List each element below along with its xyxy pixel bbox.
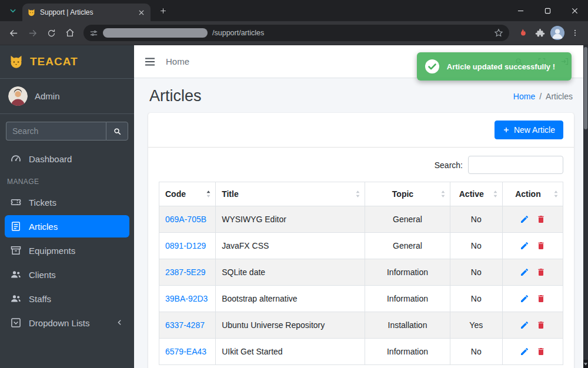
article-actions (502, 339, 563, 365)
article-title: Ubuntu Universe Repository (216, 312, 365, 339)
user-panel[interactable]: Admin (0, 79, 134, 114)
profile-avatar[interactable] (549, 25, 566, 41)
table-row: 2387-5E29SQLite dateInformationNo (159, 259, 563, 286)
plus-icon (159, 7, 167, 15)
article-code-link[interactable]: 2387-5E29 (165, 267, 206, 277)
sidebar-item-label: Clients (29, 270, 124, 280)
sidebar-item-articles[interactable]: Articles (5, 215, 129, 237)
column-header-code[interactable]: Code (159, 182, 216, 206)
sidebar-item-dashboard[interactable]: Dashboard (5, 148, 129, 170)
site-settings-icon (89, 29, 98, 38)
new-article-label: New Article (514, 125, 555, 135)
scrollbar-down-arrow[interactable] (583, 360, 588, 368)
content-header: Articles Home / Articles (134, 78, 588, 112)
forward-arrow-icon (28, 28, 38, 38)
sidebar-item-clients[interactable]: Clients (5, 263, 129, 286)
reload-button[interactable] (42, 24, 60, 42)
new-tab-button[interactable] (155, 3, 171, 18)
sort-icon (440, 190, 446, 198)
table-header-row: CodeTitleTopicActiveAction (159, 182, 563, 206)
article-code-link[interactable]: 39BA-92D3 (165, 294, 208, 303)
delete-button[interactable] (533, 213, 549, 225)
article-title: JavaFX CSS (216, 233, 365, 259)
column-label: Code (165, 189, 186, 199)
column-header-topic[interactable]: Topic (365, 182, 450, 206)
column-header-active[interactable]: Active (450, 182, 502, 206)
article-code-link[interactable]: 0891-D129 (165, 241, 206, 250)
table-row: 0891-D129JavaFX CSSGeneralNo (159, 233, 563, 259)
address-bar[interactable]: /support/articles (83, 25, 509, 41)
app-shell: TEACAT Admin Dashboard MANAGE TicketsArt… (0, 45, 588, 368)
column-label: Active (459, 189, 484, 199)
table-search-label: Search: (435, 160, 463, 170)
close-button[interactable] (561, 0, 588, 21)
edit-button[interactable] (516, 266, 533, 278)
article-title: Bootstrap alternative (216, 286, 365, 312)
column-header-title[interactable]: Title (216, 182, 365, 206)
breadcrumb-home-link[interactable]: Home (513, 92, 535, 101)
clients-icon (10, 269, 22, 280)
browser-tab[interactable]: Support | Articles (22, 4, 151, 21)
sidebar-toggle-hamburger-icon[interactable] (145, 57, 155, 66)
table-search-row: Search: (159, 156, 563, 174)
sidebar-item-staffs[interactable]: Staffs (5, 287, 129, 310)
extension-flame-icon[interactable] (514, 25, 530, 41)
edit-button[interactable] (516, 213, 533, 225)
sidebar-search-input[interactable] (6, 122, 106, 140)
delete-button[interactable] (533, 319, 549, 331)
minimize-button[interactable] (507, 0, 534, 21)
forward-button[interactable] (24, 24, 41, 42)
edit-button[interactable] (516, 293, 533, 305)
user-name: Admin (35, 91, 60, 101)
scrollbar-thumb[interactable] (584, 47, 587, 129)
tab-close-icon[interactable] (136, 8, 146, 17)
sort-icon (553, 190, 559, 198)
back-button[interactable] (5, 24, 22, 42)
sort-icon (206, 190, 211, 198)
table-search-input[interactable] (468, 156, 563, 174)
toast-check-icon (425, 59, 440, 74)
delete-button[interactable] (533, 346, 549, 357)
article-code-link[interactable]: 6579-EA43 (165, 347, 206, 356)
article-code-link[interactable]: 069A-705B (165, 215, 206, 224)
article-topic: General (365, 206, 450, 233)
sidebar-item-label: Staffs (29, 294, 124, 304)
edit-button[interactable] (516, 240, 533, 252)
tab-search-button[interactable] (5, 2, 21, 19)
sidebar-search-button[interactable] (106, 122, 128, 140)
navbar-home-link[interactable]: Home (166, 56, 189, 66)
new-article-button[interactable]: New Article (495, 121, 563, 139)
delete-button[interactable] (533, 266, 549, 278)
delete-button[interactable] (533, 293, 549, 305)
table-row: 069A-705BWYSIWYG EditorGeneralNo (159, 206, 563, 233)
column-label: Title (222, 189, 239, 199)
delete-button[interactable] (533, 240, 549, 252)
article-topic: General (365, 233, 450, 259)
brand[interactable]: TEACAT (0, 45, 134, 79)
sidebar-nav-top: Dashboard (0, 144, 134, 172)
sidebar-item-equipments[interactable]: Equipments (5, 239, 129, 262)
chevron-left-icon (116, 319, 124, 327)
column-header-action[interactable]: Action (502, 182, 563, 206)
home-button[interactable] (61, 24, 79, 42)
browser-menu-kebab-icon[interactable] (567, 25, 583, 41)
edit-button[interactable] (516, 319, 533, 331)
article-code-link[interactable]: 6337-4287 (165, 320, 205, 330)
bookmark-star-icon[interactable] (494, 28, 503, 38)
sidebar-nav-manage: TicketsArticlesEquipmentsClientsStaffsDr… (0, 188, 134, 336)
home-icon (65, 28, 75, 38)
dashboard-icon (10, 153, 22, 165)
sidebar-item-dropdown-lists[interactable]: Dropdown Lists (5, 312, 129, 334)
articles-icon (10, 220, 22, 232)
article-topic: Information (365, 259, 450, 286)
sidebar-item-label: Equipments (29, 246, 124, 256)
redacted-domain (103, 28, 208, 38)
sidebar-item-tickets[interactable]: Tickets (5, 191, 129, 213)
edit-button[interactable] (516, 346, 533, 357)
back-arrow-icon (9, 28, 19, 38)
page-scrollbar[interactable] (583, 45, 588, 368)
extensions-puzzle-icon[interactable] (532, 25, 548, 41)
window-controls (507, 0, 588, 21)
user-avatar (8, 86, 28, 106)
maximize-button[interactable] (534, 0, 561, 21)
